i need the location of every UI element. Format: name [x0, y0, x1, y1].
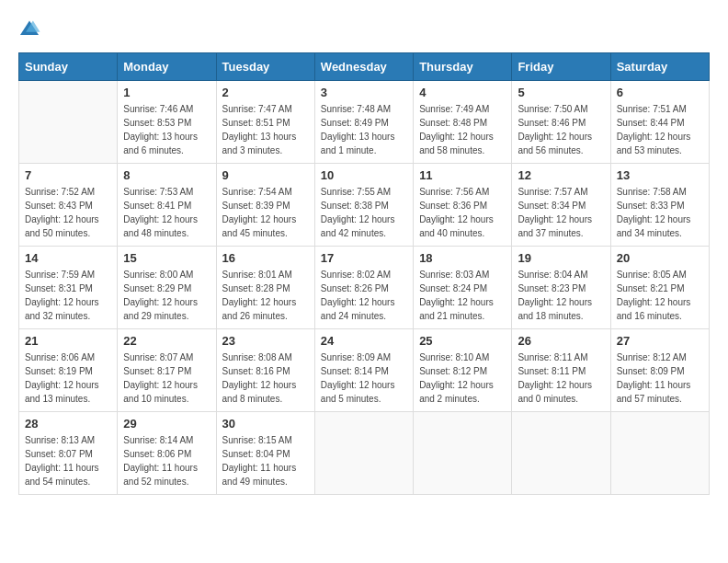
page-header: [18, 18, 710, 38]
day-info: Sunrise: 7:49 AM Sunset: 8:48 PM Dayligh…: [419, 102, 506, 157]
calendar-cell: 19Sunrise: 8:04 AM Sunset: 8:23 PM Dayli…: [512, 247, 610, 329]
day-info: Sunrise: 7:57 AM Sunset: 8:34 PM Dayligh…: [518, 185, 604, 240]
day-info: Sunrise: 8:15 AM Sunset: 8:04 PM Dayligh…: [222, 433, 309, 488]
calendar-week-row: 14Sunrise: 7:59 AM Sunset: 8:31 PM Dayli…: [19, 247, 710, 329]
day-number: 17: [321, 251, 407, 265]
day-number: 30: [222, 417, 309, 431]
calendar-cell: 18Sunrise: 8:03 AM Sunset: 8:24 PM Dayli…: [414, 247, 512, 329]
calendar-cell: 6Sunrise: 7:51 AM Sunset: 8:44 PM Daylig…: [610, 81, 709, 164]
calendar-cell: 30Sunrise: 8:15 AM Sunset: 8:04 PM Dayli…: [216, 412, 314, 495]
logo-icon: [18, 19, 40, 38]
day-number: 27: [617, 334, 703, 348]
calendar-cell: 10Sunrise: 7:55 AM Sunset: 8:38 PM Dayli…: [314, 164, 413, 247]
calendar-cell: 2Sunrise: 7:47 AM Sunset: 8:51 PM Daylig…: [216, 81, 314, 164]
logo: [18, 18, 44, 38]
day-number: 25: [419, 334, 506, 348]
day-number: 23: [222, 334, 309, 348]
day-info: Sunrise: 7:58 AM Sunset: 8:33 PM Dayligh…: [617, 185, 703, 240]
calendar-cell: 22Sunrise: 8:07 AM Sunset: 8:17 PM Dayli…: [118, 329, 216, 412]
day-info: Sunrise: 8:00 AM Sunset: 8:29 PM Dayligh…: [123, 268, 210, 323]
calendar-cell: 7Sunrise: 7:52 AM Sunset: 8:43 PM Daylig…: [19, 164, 118, 247]
day-info: Sunrise: 8:01 AM Sunset: 8:28 PM Dayligh…: [222, 268, 309, 323]
day-number: 12: [518, 168, 604, 182]
day-info: Sunrise: 8:11 AM Sunset: 8:11 PM Dayligh…: [518, 350, 604, 406]
day-info: Sunrise: 7:55 AM Sunset: 8:38 PM Dayligh…: [321, 185, 407, 240]
day-info: Sunrise: 7:54 AM Sunset: 8:39 PM Dayligh…: [222, 185, 309, 240]
day-info: Sunrise: 7:59 AM Sunset: 8:31 PM Dayligh…: [25, 268, 111, 323]
calendar-cell: [314, 412, 413, 495]
calendar-cell: 17Sunrise: 8:02 AM Sunset: 8:26 PM Dayli…: [314, 247, 413, 329]
calendar-week-row: 7Sunrise: 7:52 AM Sunset: 8:43 PM Daylig…: [19, 164, 710, 247]
day-number: 2: [222, 86, 309, 99]
calendar-cell: 28Sunrise: 8:13 AM Sunset: 8:07 PM Dayli…: [19, 412, 118, 495]
calendar-cell: 3Sunrise: 7:48 AM Sunset: 8:49 PM Daylig…: [314, 81, 413, 164]
calendar-cell: 1Sunrise: 7:46 AM Sunset: 8:53 PM Daylig…: [118, 81, 216, 164]
day-number: 14: [25, 251, 111, 265]
day-number: 9: [222, 168, 309, 182]
calendar-week-row: 28Sunrise: 8:13 AM Sunset: 8:07 PM Dayli…: [19, 412, 710, 495]
calendar-cell: 26Sunrise: 8:11 AM Sunset: 8:11 PM Dayli…: [512, 329, 610, 412]
weekday-header-wednesday: Wednesday: [314, 53, 413, 81]
day-info: Sunrise: 7:47 AM Sunset: 8:51 PM Dayligh…: [222, 102, 309, 157]
calendar-cell: 5Sunrise: 7:50 AM Sunset: 8:46 PM Daylig…: [512, 81, 610, 164]
day-number: 1: [123, 86, 210, 99]
day-number: 10: [321, 168, 407, 182]
day-number: 21: [25, 334, 111, 348]
day-number: 16: [222, 251, 309, 265]
calendar-cell: [414, 412, 512, 495]
day-number: 11: [419, 168, 506, 182]
day-info: Sunrise: 8:07 AM Sunset: 8:17 PM Dayligh…: [123, 350, 210, 406]
day-number: 19: [518, 251, 604, 265]
calendar-cell: [19, 81, 118, 164]
day-number: 28: [25, 417, 111, 431]
calendar-cell: 29Sunrise: 8:14 AM Sunset: 8:06 PM Dayli…: [118, 412, 216, 495]
day-info: Sunrise: 7:48 AM Sunset: 8:49 PM Dayligh…: [321, 102, 407, 157]
day-number: 26: [518, 334, 604, 348]
calendar-cell: 12Sunrise: 7:57 AM Sunset: 8:34 PM Dayli…: [512, 164, 610, 247]
day-number: 5: [518, 86, 604, 99]
calendar-cell: 11Sunrise: 7:56 AM Sunset: 8:36 PM Dayli…: [414, 164, 512, 247]
weekday-header-tuesday: Tuesday: [216, 53, 314, 81]
calendar-week-row: 21Sunrise: 8:06 AM Sunset: 8:19 PM Dayli…: [19, 329, 710, 412]
calendar-cell: 27Sunrise: 8:12 AM Sunset: 8:09 PM Dayli…: [610, 329, 709, 412]
day-info: Sunrise: 8:02 AM Sunset: 8:26 PM Dayligh…: [321, 268, 407, 323]
day-info: Sunrise: 7:56 AM Sunset: 8:36 PM Dayligh…: [419, 185, 506, 240]
day-info: Sunrise: 8:13 AM Sunset: 8:07 PM Dayligh…: [25, 433, 111, 488]
day-number: 13: [617, 168, 703, 182]
calendar-cell: 16Sunrise: 8:01 AM Sunset: 8:28 PM Dayli…: [216, 247, 314, 329]
calendar-cell: 25Sunrise: 8:10 AM Sunset: 8:12 PM Dayli…: [414, 329, 512, 412]
day-info: Sunrise: 8:08 AM Sunset: 8:16 PM Dayligh…: [222, 350, 309, 406]
day-number: 6: [617, 86, 703, 99]
weekday-header-friday: Friday: [512, 53, 610, 81]
weekday-header-row: SundayMondayTuesdayWednesdayThursdayFrid…: [19, 53, 710, 81]
day-number: 3: [321, 86, 407, 99]
calendar-cell: 14Sunrise: 7:59 AM Sunset: 8:31 PM Dayli…: [19, 247, 118, 329]
day-info: Sunrise: 8:10 AM Sunset: 8:12 PM Dayligh…: [419, 350, 506, 406]
day-info: Sunrise: 7:46 AM Sunset: 8:53 PM Dayligh…: [123, 102, 210, 157]
day-info: Sunrise: 7:51 AM Sunset: 8:44 PM Dayligh…: [617, 102, 703, 157]
weekday-header-saturday: Saturday: [610, 53, 709, 81]
day-number: 18: [419, 251, 506, 265]
day-info: Sunrise: 7:50 AM Sunset: 8:46 PM Dayligh…: [518, 102, 604, 157]
day-info: Sunrise: 8:05 AM Sunset: 8:21 PM Dayligh…: [617, 268, 703, 323]
day-number: 24: [321, 334, 407, 348]
calendar-cell: 13Sunrise: 7:58 AM Sunset: 8:33 PM Dayli…: [610, 164, 709, 247]
calendar-cell: 15Sunrise: 8:00 AM Sunset: 8:29 PM Dayli…: [118, 247, 216, 329]
day-number: 22: [123, 334, 210, 348]
weekday-header-monday: Monday: [118, 53, 216, 81]
calendar-cell: 9Sunrise: 7:54 AM Sunset: 8:39 PM Daylig…: [216, 164, 314, 247]
calendar-cell: [512, 412, 610, 495]
weekday-header-sunday: Sunday: [19, 53, 118, 81]
day-number: 20: [617, 251, 703, 265]
calendar-cell: [610, 412, 709, 495]
day-number: 8: [123, 168, 210, 182]
day-info: Sunrise: 8:03 AM Sunset: 8:24 PM Dayligh…: [419, 268, 506, 323]
day-info: Sunrise: 8:14 AM Sunset: 8:06 PM Dayligh…: [123, 433, 210, 488]
day-number: 4: [419, 86, 506, 99]
day-info: Sunrise: 8:06 AM Sunset: 8:19 PM Dayligh…: [25, 350, 111, 406]
calendar-cell: 23Sunrise: 8:08 AM Sunset: 8:16 PM Dayli…: [216, 329, 314, 412]
day-info: Sunrise: 7:52 AM Sunset: 8:43 PM Dayligh…: [25, 185, 111, 240]
day-info: Sunrise: 7:53 AM Sunset: 8:41 PM Dayligh…: [123, 185, 210, 240]
calendar-cell: 20Sunrise: 8:05 AM Sunset: 8:21 PM Dayli…: [610, 247, 709, 329]
calendar-cell: 24Sunrise: 8:09 AM Sunset: 8:14 PM Dayli…: [314, 329, 413, 412]
